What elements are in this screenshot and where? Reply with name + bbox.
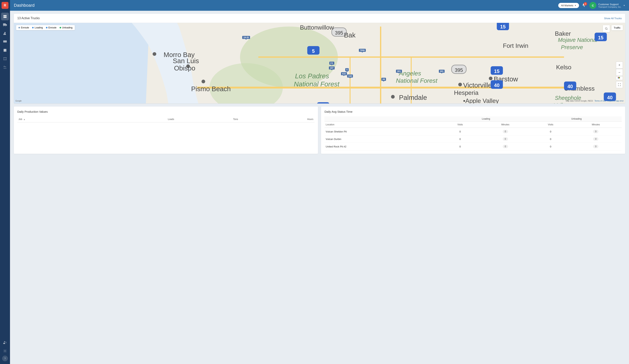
map-marker-5: 5 — [345, 68, 349, 71]
loading-visits-2: 0 — [441, 135, 480, 143]
map-zoom-controls: + − — [616, 62, 623, 88]
sidebar: R ? — [0, 0, 10, 364]
sidebar-item-settings[interactable] — [1, 347, 9, 355]
svg-text:Angeles: Angeles — [399, 70, 421, 77]
table-row: Vulcan Sheldon Pit 0 0 0 0 — [324, 128, 622, 135]
location-vulcan-durbin: Vulcan Durbin — [324, 135, 441, 143]
svg-text:Preserve: Preserve — [561, 44, 583, 50]
enroute-2-dot — [46, 27, 47, 28]
svg-rect-5 — [3, 40, 7, 43]
svg-point-56 — [391, 95, 395, 98]
svg-point-10 — [6, 60, 6, 60]
loading-minutes-2: 0 — [479, 135, 531, 143]
svg-text:40: 40 — [568, 84, 573, 89]
sidebar-item-help[interactable]: ? — [2, 356, 8, 361]
report-map-error-link[interactable]: Report a map error — [608, 100, 624, 102]
avg-status-table: Loading Unloading Location Visits Minute… — [324, 116, 622, 150]
svg-point-4 — [4, 32, 6, 33]
map-search-button[interactable] — [603, 25, 610, 32]
svg-rect-1 — [5, 15, 6, 16]
sort-icon: ▲ — [23, 118, 25, 120]
loading-dot — [32, 27, 34, 28]
map-background: 5 15 395 Morro Bay San Luis Obispo Pismo… — [14, 23, 625, 103]
markets-dropdown[interactable]: All Markets ▼ — [558, 3, 579, 8]
map-marker-c1: C1 — [329, 62, 334, 65]
content-area: 13 Active Trucks Show All Trucks — [10, 11, 629, 364]
svg-text:Valley: Valley — [554, 102, 569, 103]
markets-label: All Markets — [561, 4, 573, 7]
svg-text:Los Padres: Los Padres — [295, 72, 329, 80]
svg-rect-2 — [4, 17, 5, 18]
map-google-credit: Google — [15, 100, 21, 102]
col-location: Location — [324, 121, 441, 128]
svg-point-124 — [605, 28, 607, 29]
table-row: Vulcan Durbin 0 0 0 0 — [324, 135, 622, 143]
notifications-button[interactable]: 6 — [582, 3, 586, 8]
sidebar-item-dashboard[interactable] — [1, 13, 9, 20]
app-logo[interactable]: R — [1, 2, 8, 9]
svg-rect-116 — [317, 102, 329, 103]
enroute-1-dot — [18, 27, 20, 28]
map-marker-19-25: 19-25 — [242, 36, 250, 39]
svg-text:Fort Irwin: Fort Irwin — [503, 42, 528, 49]
svg-text:Obispo: Obispo — [174, 64, 195, 72]
svg-text:•Apple Valley: •Apple Valley — [463, 97, 499, 103]
col-hours: Hours — [239, 116, 314, 122]
svg-text:Baker: Baker — [555, 30, 571, 37]
avg-status-card: Daily Avg Status Time Loading Unloading … — [321, 106, 625, 154]
zoom-out-button[interactable]: − — [616, 69, 623, 76]
map-card: 13 Active Trucks Show All Trucks — [14, 14, 625, 103]
notification-badge: 6 — [584, 2, 587, 5]
svg-point-33 — [201, 80, 205, 83]
svg-text:Bak: Bak — [344, 31, 356, 39]
svg-text:40: 40 — [607, 95, 613, 100]
svg-text:15: 15 — [500, 24, 506, 29]
avg-status-table-body: Vulcan Sheldon Pit 0 0 0 0 Vulcan Durbin… — [324, 128, 622, 150]
terms-of-use-link[interactable]: Terms of Use — [595, 100, 606, 102]
table-row: United Rock Pit #2 0 0 0 0 — [324, 143, 622, 150]
legend-label-enroute-2: Enroute — [48, 26, 56, 29]
legend-enroute-2: Enroute — [46, 26, 56, 29]
sidebar-item-routes[interactable] — [1, 63, 9, 71]
zoom-in-button[interactable]: + — [616, 62, 623, 69]
legend-label-unloading: Unloading — [62, 26, 72, 29]
svg-text:5: 5 — [312, 48, 315, 54]
production-table: Job ▲ Loads Tons Hours — [17, 116, 314, 122]
map-marker-110: 110 — [347, 75, 353, 78]
svg-point-28 — [153, 52, 156, 56]
sidebar-item-fleet[interactable] — [1, 38, 9, 46]
traffic-button[interactable]: Traffic — [612, 25, 623, 30]
sidebar-item-dispatch[interactable] — [1, 55, 9, 63]
production-title: Daily Production Values — [17, 110, 314, 113]
bottom-cards: Daily Production Values Job ▲ Loads Tons… — [14, 106, 625, 154]
loading-minutes-1: 0 — [479, 128, 531, 135]
show-all-trucks-link[interactable]: Show All Trucks — [604, 17, 622, 20]
fullscreen-button[interactable] — [616, 81, 623, 88]
svg-text:Mojave National: Mojave National — [558, 37, 598, 43]
svg-text:Hesperia: Hesperia — [454, 89, 479, 96]
help-icon: ? — [4, 357, 5, 360]
unloading-minutes-2: 0 — [570, 135, 622, 143]
svg-point-62 — [458, 83, 462, 87]
map-marker-001-2: 001 — [439, 70, 445, 73]
sidebar-item-trucks[interactable] — [1, 21, 9, 29]
map-layer-icon — [616, 76, 623, 80]
avatar: C — [589, 2, 596, 9]
location-united-rock: United Rock Pit #2 — [324, 143, 441, 150]
sidebar-item-reports[interactable] — [1, 46, 9, 54]
svg-point-66 — [489, 77, 492, 80]
svg-rect-125 — [618, 77, 619, 78]
loading-visits-1: 0 — [441, 128, 480, 135]
legend-label-loading: Loading — [35, 26, 43, 29]
unloading-visits-2: 0 — [531, 135, 570, 143]
col-loading-minutes: Minutes — [479, 121, 531, 128]
unloading-dot — [60, 27, 61, 28]
col-unloading-visits: Visits — [531, 121, 570, 128]
sidebar-item-users[interactable] — [1, 339, 9, 346]
col-job: Job ▲ — [17, 116, 99, 122]
svg-text:Pismo Beach: Pismo Beach — [191, 85, 231, 92]
user-text: Customer Support Transport Company, Inc. — [598, 3, 621, 8]
map-legend: Enroute Loading Enroute Unloading — [16, 25, 75, 30]
user-chevron-icon[interactable]: ▼ — [623, 4, 625, 6]
sidebar-item-drivers[interactable] — [1, 30, 9, 37]
